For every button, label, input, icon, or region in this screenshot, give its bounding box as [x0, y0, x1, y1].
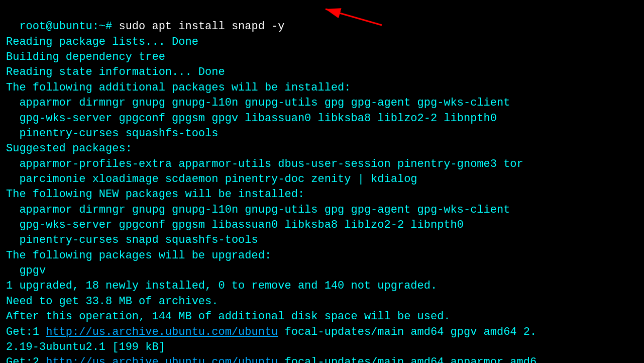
- line-10: apparmor-profiles-extra apparmor-utils d…: [6, 158, 523, 170]
- line-14: gpg-wks-server gpgconf gpgsm libassuan0 …: [6, 219, 464, 231]
- line-5: The following additional packages will b…: [6, 81, 351, 94]
- terminal-output: root@ubuntu:~# sudo apt install snapd -y…: [6, 4, 638, 363]
- line-8: pinentry-curses squashfs-tools: [6, 127, 218, 140]
- line-21: Get:1 http://us.archive.ubuntu.com/ubunt…: [6, 326, 536, 338]
- line-12: The following NEW packages will be insta…: [6, 188, 304, 201]
- line-7: gpg-wks-server gpgconf gpgsm gpgv libass…: [6, 112, 497, 125]
- line-19: Need to get 33.8 MB of archives.: [6, 295, 218, 308]
- line-6: apparmor dirmngr gnupg gnupg-l10n gnupg-…: [6, 97, 510, 109]
- line-15: pinentry-curses snapd squashfs-tools: [6, 234, 258, 246]
- line-9: Suggested packages:: [6, 142, 132, 155]
- line-23: Get:2 http://us.archive.ubuntu.com/ubunt…: [6, 356, 536, 363]
- line-20: After this operation, 144 MB of addition…: [6, 310, 451, 323]
- line-11: parcimonie xloadimage scdaemon pinentry-…: [6, 173, 417, 186]
- prompt: root@ubuntu:~#: [19, 20, 119, 33]
- line-18: 1 upgraded, 18 newly installed, 0 to rem…: [6, 280, 437, 292]
- command: sudo apt install snapd -y: [119, 20, 284, 33]
- get2-url: http://us.archive.ubuntu.com/ubuntu: [46, 356, 278, 363]
- get1-url: http://us.archive.ubuntu.com/ubuntu: [46, 326, 278, 338]
- line-17: gpgv: [6, 264, 46, 277]
- line-3: Building dependency tree: [6, 51, 165, 63]
- line-2: Reading package lists... Done: [6, 36, 198, 48]
- line-16: The following packages will be upgraded:: [6, 249, 271, 262]
- line-13: apparmor dirmngr gnupg gnupg-l10n gnupg-…: [6, 204, 510, 216]
- line-22: 2.19-3ubuntu2.1 [199 kB]: [6, 341, 165, 353]
- line-4: Reading state information... Done: [6, 66, 225, 78]
